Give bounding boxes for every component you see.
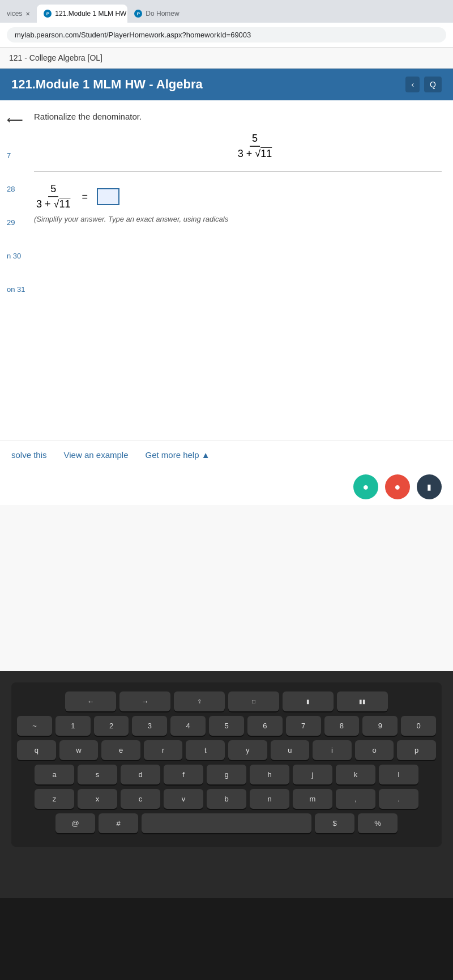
get-more-help-link[interactable]: Get more help ▲ — [146, 450, 210, 460]
key-caps[interactable]: ⇪ — [174, 691, 225, 711]
key-w[interactable]: w — [59, 740, 99, 760]
key-tilde[interactable]: ~ — [17, 716, 52, 736]
key-6[interactable]: 6 — [247, 716, 283, 736]
keyboard-row-3: q w e r t y u i o p — [17, 740, 436, 760]
key-mute[interactable]: ▮ — [283, 691, 334, 711]
key-j[interactable]: j — [293, 765, 332, 784]
key-7[interactable]: 7 — [286, 716, 321, 736]
key-8[interactable]: 8 — [324, 716, 360, 736]
tab-module[interactable]: P 121.Module 1 MLM HW - Algeb ✕ — [37, 5, 127, 23]
question-region: ⟵ 7 28 29 n 30 on 31 Rationalize the den… — [0, 100, 453, 440]
course-label: 121 - College Algebra [OL] — [9, 53, 102, 62]
key-dollar[interactable]: $ — [315, 813, 354, 833]
tab-close-vices[interactable]: ✕ — [25, 11, 30, 17]
key-f[interactable]: f — [164, 765, 203, 784]
key-space[interactable] — [142, 813, 311, 833]
key-x[interactable]: x — [78, 789, 117, 809]
answer-fraction-den: 3 + √11 — [34, 197, 72, 210]
helper-bubbles: ● ● ▮ — [0, 469, 453, 505]
address-bar-input[interactable] — [7, 27, 446, 43]
key-0[interactable]: 0 — [401, 716, 436, 736]
bubble-dark-icon: ▮ — [427, 482, 431, 491]
pearson-icon: P — [44, 10, 52, 18]
key-t[interactable]: t — [186, 740, 225, 760]
fraction-num: 5 — [250, 133, 260, 147]
key-4[interactable]: 4 — [170, 716, 206, 736]
fraction-display: 5 3 + √11 — [68, 133, 442, 160]
qnum-29[interactable]: 29 — [5, 217, 28, 228]
answer-input-box[interactable] — [97, 188, 119, 205]
key-comma[interactable]: , — [336, 789, 375, 809]
keyboard-row-space: @ # $ % — [17, 813, 436, 833]
bubble-red[interactable]: ● — [385, 474, 410, 499]
tab-module-label: 121.Module 1 MLM HW - Algeb — [55, 10, 127, 18]
qnum-arrow[interactable]: ⟵ — [5, 112, 28, 128]
key-s[interactable]: s — [78, 765, 117, 784]
answer-fraction-num: 5 — [48, 183, 58, 197]
keyboard-row-1: ← → ⇪ □ ▮ ▮▮ — [17, 691, 436, 711]
key-l[interactable]: l — [379, 765, 418, 784]
key-vol[interactable]: ▮▮ — [337, 691, 388, 711]
qnum-31[interactable]: on 31 — [5, 284, 28, 295]
key-c[interactable]: c — [121, 789, 160, 809]
bubble-teal-icon: ● — [363, 481, 369, 493]
key-z[interactable]: z — [35, 789, 74, 809]
key-d[interactable]: d — [121, 765, 160, 784]
key-e[interactable]: e — [101, 740, 140, 760]
answer-row: 5 3 + √11 = — [34, 183, 442, 210]
key-g[interactable]: g — [207, 765, 246, 784]
key-p[interactable]: p — [397, 740, 436, 760]
pearson-icon-2: P — [134, 10, 142, 18]
browser-chrome: vices ✕ P 121.Module 1 MLM HW - Algeb ✕ … — [0, 0, 453, 48]
key-hash[interactable]: # — [99, 813, 138, 833]
key-o[interactable]: o — [355, 740, 394, 760]
key-y[interactable]: y — [228, 740, 267, 760]
fraction-den: 3 + √11 — [236, 147, 274, 160]
key-forward-arrow[interactable]: → — [119, 691, 170, 711]
tab-vices[interactable]: vices ✕ — [0, 5, 37, 23]
solve-this-link[interactable]: solve this — [11, 450, 47, 460]
key-b[interactable]: b — [207, 789, 246, 809]
tab-dohomew-label: Do Homew — [146, 10, 179, 18]
key-i[interactable]: i — [313, 740, 352, 760]
key-q[interactable]: q — [17, 740, 56, 760]
key-period[interactable]: . — [379, 789, 418, 809]
key-9[interactable]: 9 — [362, 716, 398, 736]
key-u[interactable]: u — [271, 740, 310, 760]
action-bar: solve this View an example Get more help… — [0, 440, 453, 469]
left-nav-items: ⟵ 7 28 29 n 30 on 31 — [5, 112, 28, 295]
key-h[interactable]: h — [250, 765, 289, 784]
key-r[interactable]: r — [144, 740, 183, 760]
key-screen[interactable]: □ — [228, 691, 279, 711]
address-bar-row — [0, 23, 453, 48]
key-at[interactable]: @ — [55, 813, 95, 833]
fraction-problem: 5 3 + √11 — [236, 133, 274, 160]
simplify-note: (Simplify your answer. Type an exact ans… — [34, 215, 442, 223]
fraction-answer-display: 5 3 + √11 — [34, 183, 72, 210]
key-2[interactable]: 2 — [94, 716, 129, 736]
qnum-28[interactable]: 28 — [5, 184, 28, 194]
nav-prev-button[interactable]: ‹ — [405, 77, 420, 92]
bubble-teal[interactable]: ● — [353, 474, 378, 499]
key-3[interactable]: 3 — [132, 716, 167, 736]
key-n[interactable]: n — [250, 789, 289, 809]
nav-next-button[interactable]: Q — [424, 77, 442, 92]
tab-dohomew[interactable]: P Do Homew — [127, 5, 186, 23]
key-k[interactable]: k — [336, 765, 375, 784]
keyboard-row-4: a s d f g h j k l — [17, 765, 436, 784]
module-title: 121.Module 1 MLM HW - Algebra — [11, 77, 203, 92]
key-v[interactable]: v — [164, 789, 203, 809]
key-m[interactable]: m — [293, 789, 332, 809]
view-example-link[interactable]: View an example — [64, 450, 129, 460]
qnum-30[interactable]: n 30 — [5, 251, 28, 261]
key-5[interactable]: 5 — [209, 716, 244, 736]
keyboard-section: ← → ⇪ □ ▮ ▮▮ ~ 1 2 3 4 5 6 7 8 9 0 q w e… — [0, 671, 453, 898]
divider — [34, 171, 442, 172]
qnum-7[interactable]: 7 — [5, 150, 28, 161]
key-back-arrow[interactable]: ← — [65, 691, 116, 711]
key-a[interactable]: a — [35, 765, 74, 784]
bubble-dark[interactable]: ▮ — [417, 474, 442, 499]
key-percent[interactable]: % — [358, 813, 398, 833]
page-content: 121 - College Algebra [OL] 121.Module 1 … — [0, 48, 453, 671]
key-1[interactable]: 1 — [55, 716, 91, 736]
